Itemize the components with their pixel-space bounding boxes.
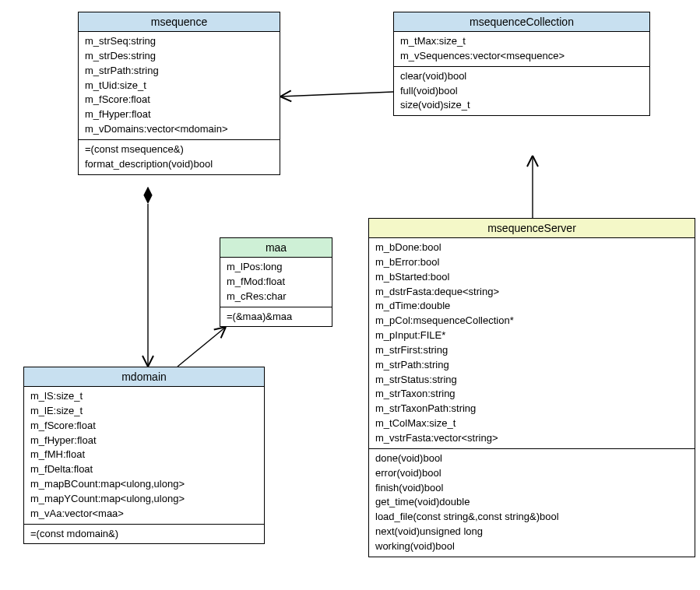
uml-member: done(void)bool [375, 451, 688, 466]
uml-member: m_bStarted:bool [375, 270, 688, 285]
uml-member: m_strSeq:string [85, 34, 273, 49]
attrs-section: m_tMax:size_tm_vSequences:vector<msequen… [394, 32, 649, 67]
attrs-section: m_lPos:longm_fMod:floatm_cRes:char [220, 258, 332, 307]
svg-line-3 [178, 327, 226, 367]
class-msequence: msequence m_strSeq:stringm_strDes:string… [78, 12, 280, 175]
attrs-section: m_bDone:boolm_bError:boolm_bStarted:bool… [369, 238, 695, 449]
methods-section: =(const mdomain&) [24, 525, 264, 544]
uml-member: m_fScore:float [85, 93, 273, 107]
attrs-section: m_strSeq:stringm_strDes:stringm_strPath:… [79, 32, 280, 140]
uml-member: full(void)bool [400, 84, 643, 99]
uml-member: clear(void)bool [400, 69, 643, 84]
class-title: msequenceServer [369, 219, 695, 238]
uml-member: m_bError:bool [375, 255, 688, 270]
uml-member: m_strPath:string [85, 64, 273, 79]
uml-member: m_pCol:msequenceCollection* [375, 314, 688, 328]
uml-member: m_strDes:string [85, 49, 273, 64]
uml-member: m_tUid:size_t [85, 79, 273, 93]
uml-member: m_vSequences:vector<msequence> [400, 49, 643, 64]
svg-line-1 [280, 92, 393, 97]
uml-member: m_pInput:FILE* [375, 328, 688, 343]
methods-section: done(void)boolerror(void)boolfinish(void… [369, 449, 695, 557]
uml-member: m_cRes:char [227, 290, 325, 304]
uml-member: m_mapBCount:map<ulong,ulong> [30, 477, 258, 492]
uml-diagram: msequence m_strSeq:stringm_strDes:string… [0, 0, 700, 590]
methods-section: =(const msequence&)format_description(vo… [79, 140, 280, 174]
uml-member: =(const mdomain&) [30, 527, 258, 542]
uml-member: error(void)bool [375, 466, 688, 481]
uml-member: m_strStatus:string [375, 373, 688, 388]
uml-member: m_strTaxonPath:string [375, 402, 688, 416]
uml-member: m_fDelta:float [30, 462, 258, 477]
uml-member: m_fScore:float [30, 419, 258, 434]
class-title: msequence [79, 12, 280, 32]
uml-member: m_vstrFasta:vector<string> [375, 431, 688, 446]
uml-member: m_fHyper:float [85, 107, 273, 122]
class-title: mdomain [24, 367, 264, 387]
uml-member: format_description(void)bool [85, 157, 273, 172]
uml-member: =(const msequence&) [85, 142, 273, 157]
uml-member: load_file(const string&,const string&)bo… [375, 510, 688, 525]
class-msequenceServer: msequenceServer m_bDone:boolm_bError:boo… [368, 218, 695, 557]
uml-member: m_strFirst:string [375, 343, 688, 358]
uml-member: m_dstrFasta:deque<string> [375, 285, 688, 300]
uml-member: get_time(void)double [375, 495, 688, 510]
uml-member: m_tColMax:size_t [375, 416, 688, 431]
uml-member: working(void)bool [375, 539, 688, 554]
uml-member: m_fMod:float [227, 275, 325, 290]
uml-member: m_mapYCount:map<ulong,ulong> [30, 492, 258, 507]
uml-member: m_bDone:bool [375, 241, 688, 255]
uml-member: m_dTime:double [375, 299, 688, 314]
uml-member: m_fMH:float [30, 448, 258, 462]
uml-member: m_strPath:string [375, 358, 688, 373]
methods-section: =(&maa)&maa [220, 307, 332, 327]
uml-member: size(void)size_t [400, 98, 643, 113]
uml-member: m_tMax:size_t [400, 34, 643, 49]
uml-member: m_lS:size_t [30, 389, 258, 404]
uml-member: next(void)unsigned long [375, 525, 688, 539]
class-msequenceCollection: msequenceCollection m_tMax:size_tm_vSequ… [393, 12, 650, 116]
attrs-section: m_lS:size_tm_lE:size_tm_fScore:floatm_fH… [24, 387, 264, 525]
uml-member: m_vDomains:vector<mdomain> [85, 122, 273, 137]
class-title: msequenceCollection [394, 12, 649, 32]
uml-member: m_fHyper:float [30, 434, 258, 448]
uml-member: m_lPos:long [227, 260, 325, 275]
uml-member: m_vAa:vector<maa> [30, 507, 258, 522]
uml-member: m_strTaxon:string [375, 387, 688, 402]
uml-member: m_lE:size_t [30, 404, 258, 419]
class-title: maa [220, 238, 332, 258]
uml-member: finish(void)bool [375, 481, 688, 496]
uml-member: =(&maa)&maa [227, 310, 325, 325]
class-maa: maa m_lPos:longm_fMod:floatm_cRes:char =… [220, 237, 332, 327]
class-mdomain: mdomain m_lS:size_tm_lE:size_tm_fScore:f… [23, 367, 265, 544]
methods-section: clear(void)boolfull(void)boolsize(void)s… [394, 67, 649, 116]
